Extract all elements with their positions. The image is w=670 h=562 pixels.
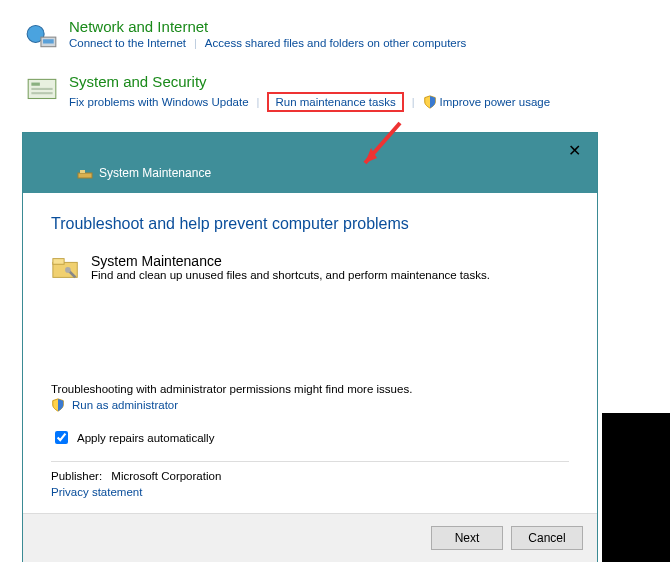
apply-repairs-row[interactable]: Apply repairs automatically [51, 428, 569, 447]
link-improve-power[interactable]: Improve power usage [423, 95, 551, 109]
troubleshooter-desc: Find and clean up unused files and short… [91, 269, 490, 281]
svg-rect-3 [43, 39, 54, 43]
svg-rect-10 [78, 173, 92, 178]
svg-rect-5 [31, 83, 40, 86]
privacy-link[interactable]: Privacy statement [51, 486, 142, 498]
system-maintenance-dialog: ✕ System Maintenance Troubleshoot and he… [22, 132, 598, 562]
wrench-icon [77, 165, 93, 181]
troubleshooter-title: System Maintenance [91, 253, 490, 269]
category-system-title[interactable]: System and Security [69, 73, 550, 90]
dialog-title: System Maintenance [99, 166, 211, 180]
dialog-body: Troubleshoot and help prevent computer p… [23, 193, 597, 513]
svg-rect-7 [31, 92, 52, 94]
category-system: System and Security Fix problems with Wi… [25, 73, 670, 112]
publisher-row: Publisher: Microsoft Corporation [51, 470, 569, 482]
next-button[interactable]: Next [431, 526, 503, 550]
control-panel-categories: Network and Internet Connect to the Inte… [0, 18, 670, 112]
svg-point-14 [65, 267, 71, 273]
admin-note: Troubleshooting with administrator permi… [51, 383, 569, 395]
troubleshooter-item[interactable]: System Maintenance Find and clean up unu… [51, 253, 569, 283]
dialog-footer: Next Cancel [23, 513, 597, 562]
svg-rect-13 [53, 259, 64, 265]
shield-icon [51, 398, 65, 412]
dialog-titlebar: ✕ System Maintenance [23, 133, 597, 193]
cancel-button[interactable]: Cancel [511, 526, 583, 550]
highlight-run-maintenance: Run maintenance tasks [267, 92, 403, 112]
svg-rect-11 [80, 170, 85, 173]
publisher-value: Microsoft Corporation [111, 470, 221, 482]
run-as-admin-link[interactable]: Run as administrator [51, 398, 569, 412]
link-fix-windows-update[interactable]: Fix problems with Windows Update [69, 96, 249, 108]
category-network-links: Connect to the Internet | Access shared … [69, 37, 466, 49]
close-button[interactable]: ✕ [562, 139, 587, 162]
category-network-title[interactable]: Network and Internet [69, 18, 466, 35]
publisher-label: Publisher: [51, 470, 102, 482]
divider [51, 461, 569, 462]
apply-repairs-checkbox[interactable] [55, 431, 68, 444]
system-icon [25, 73, 59, 107]
category-system-links: Fix problems with Windows Update | Run m… [69, 92, 550, 112]
svg-rect-6 [31, 88, 52, 90]
folder-wrench-icon [51, 253, 81, 283]
link-access-shared[interactable]: Access shared files and folders on other… [205, 37, 466, 49]
link-connect-internet[interactable]: Connect to the Internet [69, 37, 186, 49]
apply-repairs-label: Apply repairs automatically [77, 432, 214, 444]
network-icon [25, 18, 59, 52]
category-network: Network and Internet Connect to the Inte… [25, 18, 670, 55]
link-run-maintenance[interactable]: Run maintenance tasks [275, 96, 395, 108]
shield-icon [423, 95, 437, 109]
dialog-heading: Troubleshoot and help prevent computer p… [51, 215, 569, 233]
screenshot-edge-artifact [602, 413, 670, 562]
